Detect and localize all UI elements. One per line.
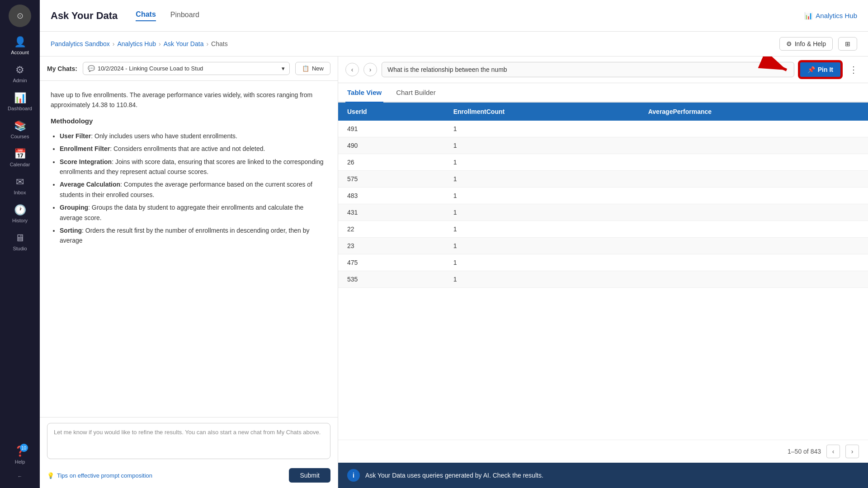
cell-avg-perf bbox=[639, 121, 868, 137]
pin-icon: 📌 bbox=[807, 66, 815, 73]
col-avg-performance: AveragePerformance bbox=[639, 103, 868, 121]
table-header-row: UserId EnrollmentCount AveragePerformanc… bbox=[338, 103, 868, 121]
pin-it-button[interactable]: 📌 Pin It bbox=[799, 61, 842, 78]
breadcrumb-pandalytics[interactable]: Pandalytics Sandbox bbox=[51, 40, 110, 47]
list-item: User Filter: Only includes users who hav… bbox=[60, 131, 327, 141]
prev-page-button[interactable]: ‹ bbox=[826, 445, 840, 458]
data-panel: ‹ › What is the relationship between the… bbox=[338, 56, 868, 488]
analytics-hub-label: Analytics Hub bbox=[816, 12, 857, 19]
submit-button[interactable]: Submit bbox=[289, 468, 330, 483]
chat-selector-dropdown[interactable]: 💬 10/2/2024 - Linking Course Load to Stu… bbox=[83, 62, 290, 75]
content-area: My Chats: 💬 10/2/2024 - Linking Course L… bbox=[40, 56, 868, 488]
sidebar-item-help[interactable]: ❓ 10 Help bbox=[0, 441, 40, 469]
sidebar-item-studio[interactable]: 🖥 Studio bbox=[0, 228, 40, 256]
my-chats-label: My Chats: bbox=[47, 65, 77, 72]
chat-panel: My Chats: 💬 10/2/2024 - Linking Course L… bbox=[40, 56, 338, 488]
cell-userid: 22 bbox=[338, 221, 444, 238]
table-body: 491 1 490 1 26 1 575 1 483 1 431 1 22 1 bbox=[338, 121, 868, 288]
info-icon: i bbox=[347, 469, 360, 482]
list-item: Grouping: Groups the data by student to … bbox=[60, 202, 327, 223]
sidebar-item-admin[interactable]: ⚙ Admin bbox=[0, 60, 40, 88]
cell-userid: 535 bbox=[338, 271, 444, 288]
cell-userid: 575 bbox=[338, 171, 444, 188]
pin-btn-label: Pin It bbox=[818, 66, 833, 73]
breadcrumb-analytics-hub[interactable]: Analytics Hub bbox=[117, 40, 156, 47]
list-item: Score Integration: Joins with score data… bbox=[60, 157, 327, 177]
cell-avg-perf bbox=[639, 188, 868, 204]
query-text-display: What is the relationship between the num… bbox=[382, 62, 794, 77]
cell-userid: 483 bbox=[338, 188, 444, 204]
list-item: Enrollment Filter: Considers enrollments… bbox=[60, 144, 327, 154]
new-chat-icon: 📋 bbox=[302, 65, 309, 72]
info-help-button[interactable]: ⚙ Info & Help bbox=[779, 37, 833, 51]
list-item: Sorting: Orders the result first by the … bbox=[60, 225, 327, 246]
sidebar-item-dashboard[interactable]: 📊 Dashboard bbox=[0, 88, 40, 116]
sidebar-item-calendar[interactable]: 📅 Calendar bbox=[0, 144, 40, 172]
cell-avg-perf bbox=[639, 154, 868, 171]
cell-enrollment: 1 bbox=[444, 238, 639, 254]
topnav-right: 📊 Analytics Hub bbox=[804, 12, 857, 20]
analytics-hub-icon: 📊 bbox=[804, 12, 813, 20]
sidebar: ⊙ 👤 Account ⚙ Admin 📊 Dashboard 📚 Course… bbox=[0, 0, 40, 488]
cell-avg-perf bbox=[639, 221, 868, 238]
tab-pinboard[interactable]: Pinboard bbox=[170, 11, 199, 21]
logo-icon: ⊙ bbox=[17, 11, 24, 21]
sidebar-item-label: Inbox bbox=[14, 190, 26, 195]
chat-footer: 💡 Tips on effective prompt composition S… bbox=[40, 465, 338, 488]
methodology-title: Methodology bbox=[51, 116, 327, 127]
analytics-hub-link[interactable]: 📊 Analytics Hub bbox=[804, 12, 857, 20]
history-icon: 🕐 bbox=[14, 204, 26, 216]
cell-userid: 490 bbox=[338, 137, 444, 154]
cell-enrollment: 1 bbox=[444, 171, 639, 188]
cell-userid: 475 bbox=[338, 254, 444, 271]
pagination-range: 1–50 of 843 bbox=[788, 448, 821, 455]
account-icon: 👤 bbox=[14, 36, 26, 48]
data-table: UserId EnrollmentCount AveragePerformanc… bbox=[338, 103, 868, 288]
sidebar-item-label: Account bbox=[11, 50, 29, 55]
breadcrumb-ask-your-data[interactable]: Ask Your Data bbox=[164, 40, 204, 47]
extra-action-button[interactable]: ⊞ bbox=[838, 37, 857, 51]
sidebar-item-courses[interactable]: 📚 Courses bbox=[0, 116, 40, 144]
table-row: 535 1 bbox=[338, 271, 868, 288]
cell-avg-perf bbox=[639, 204, 868, 221]
prev-query-button[interactable]: ‹ bbox=[345, 63, 359, 76]
gear-icon: ⚙ bbox=[786, 40, 792, 47]
cell-enrollment: 1 bbox=[444, 204, 639, 221]
tab-chart-builder[interactable]: Chart Builder bbox=[394, 83, 438, 103]
table-row: 575 1 bbox=[338, 171, 868, 188]
breadcrumb: Pandalytics Sandbox › Analytics Hub › As… bbox=[51, 40, 228, 47]
sidebar-logo: ⊙ bbox=[9, 5, 31, 27]
data-header: ‹ › What is the relationship between the… bbox=[338, 56, 868, 83]
cell-avg-perf bbox=[639, 137, 868, 154]
chat-input[interactable]: Let me know if you would like to refine … bbox=[47, 423, 330, 459]
tab-table-view[interactable]: Table View bbox=[345, 83, 383, 103]
breadcrumb-chats: Chats bbox=[211, 40, 228, 47]
cell-userid: 431 bbox=[338, 204, 444, 221]
list-item: Average Calculation: Computes the averag… bbox=[60, 179, 327, 200]
sidebar-bottom: ❓ 10 Help ← bbox=[0, 441, 40, 483]
table-row: 483 1 bbox=[338, 188, 868, 204]
tab-chats[interactable]: Chats bbox=[136, 10, 156, 21]
new-chat-button[interactable]: 📋 New bbox=[295, 62, 330, 75]
sidebar-item-label: Calendar bbox=[10, 162, 30, 167]
studio-icon: 🖥 bbox=[15, 232, 25, 244]
tabs-row: Table View Chart Builder bbox=[338, 83, 868, 103]
sidebar-item-account[interactable]: 👤 Account bbox=[0, 32, 40, 60]
selected-chat-label: 10/2/2024 - Linking Course Load to Stud bbox=[98, 65, 203, 72]
sidebar-item-inbox[interactable]: ✉ Inbox bbox=[0, 172, 40, 200]
tips-link[interactable]: 💡 Tips on effective prompt composition bbox=[47, 472, 152, 479]
sidebar-collapse-btn[interactable]: ← bbox=[0, 469, 40, 483]
point-bold: Grouping bbox=[60, 204, 88, 211]
cell-enrollment: 1 bbox=[444, 137, 639, 154]
chat-input-area: Let me know if you would like to refine … bbox=[40, 417, 338, 465]
more-options-button[interactable]: ⋮ bbox=[846, 62, 861, 77]
col-userid: UserId bbox=[338, 103, 444, 121]
inbox-icon: ✉ bbox=[16, 176, 24, 188]
next-query-button[interactable]: › bbox=[363, 63, 377, 76]
info-banner-text: Ask Your Data uses queries generated by … bbox=[365, 472, 543, 479]
cell-enrollment: 1 bbox=[444, 221, 639, 238]
sidebar-item-history[interactable]: 🕐 History bbox=[0, 200, 40, 228]
next-page-button[interactable]: › bbox=[845, 445, 859, 458]
breadcrumb-actions: ⚙ Info & Help ⊞ bbox=[779, 37, 857, 51]
new-chat-label: New bbox=[312, 65, 324, 72]
